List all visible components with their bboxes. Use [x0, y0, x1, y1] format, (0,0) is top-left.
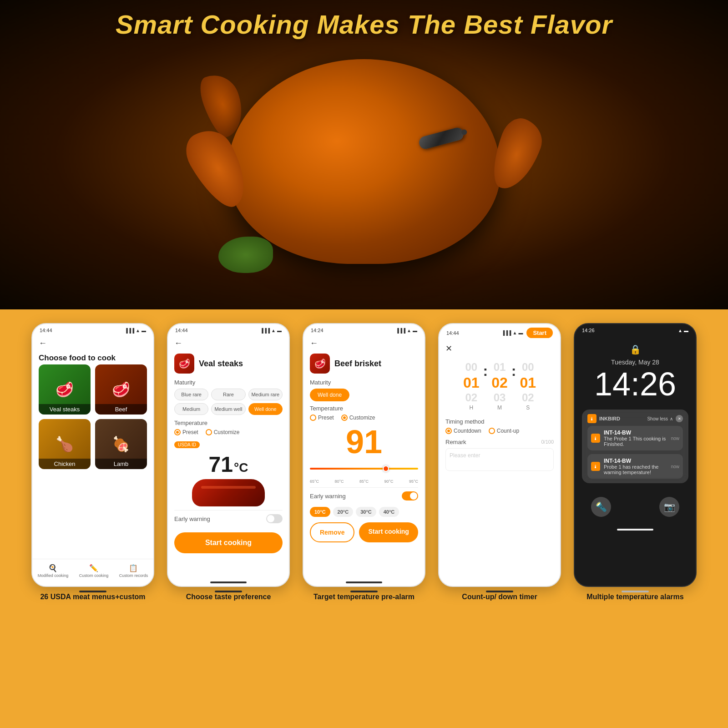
phone3-action-row: Remove Start cooking [310, 522, 418, 542]
beef-brisket-thumb: 🥩 [310, 354, 330, 374]
phone3-wrapper: 14:24 ▐▐▐ ▲ ▬ ← 🥩 Beef brisket Ma [300, 323, 428, 632]
phone1-back-arrow[interactable]: ← [39, 339, 47, 348]
minutes-current: 02 [491, 374, 508, 391]
tick-95: 95°C [409, 479, 418, 484]
early-warning-toggle[interactable] [266, 514, 283, 523]
battery-icon5: ▬ [684, 328, 688, 333]
phone3-content: ← 🥩 Beef brisket Maturity Well done Temp… [303, 335, 425, 579]
phone2-start-btn[interactable]: Start cooking [174, 532, 283, 553]
food-item-beef[interactable]: 🥩 Beef [95, 364, 147, 415]
warning-temps-row: 10°C 20°C 30°C 40°C [310, 507, 418, 517]
customize-label: Customize [214, 429, 240, 435]
phone3-preset-radio[interactable] [310, 415, 316, 421]
tick-65: 65°C [310, 479, 319, 484]
start-cooking-button[interactable]: Start cooking [359, 522, 418, 542]
food-item-veal[interactable]: 🥩 Veal steaks [39, 364, 91, 415]
countdown-option[interactable]: Countdown [445, 428, 481, 434]
phone2-header: ← [174, 339, 283, 348]
notification-group: 🌡 INKBIRD Show less ∧ ✕ [582, 410, 688, 483]
phone4-wrapper: 14:44 ▐▐▐ ▲ ▬ Start ✕ [436, 323, 563, 632]
usda-badge: USDA ID [174, 441, 200, 448]
maturity-well-done[interactable]: Well done [248, 403, 283, 415]
phone3-home-indicator [346, 581, 382, 583]
nav-custom-cooking[interactable]: ✏️ Custom cooking [79, 564, 109, 578]
phone3-temp-value: 91 [310, 425, 418, 458]
phone3-maturity-selected[interactable]: Well done [310, 389, 349, 401]
beef-brisket-name: Beef brisket [334, 359, 381, 369]
warning-temp-40[interactable]: 40°C [379, 507, 399, 517]
phone3-customize-radio[interactable] [341, 415, 348, 421]
lock-time-section: Tuesday, May 28 14:26 [582, 359, 688, 400]
maturity-rare[interactable]: Rare [211, 389, 245, 400]
inkbird-app-name: INKBIRD [599, 416, 620, 421]
maturity-blue-rare[interactable]: Blue rare [174, 389, 208, 400]
food-detail-thumb: 🥩 [174, 354, 194, 374]
remark-area[interactable]: Please enter [445, 448, 554, 471]
custom-records-icon: 📋 [129, 564, 138, 572]
countup-option[interactable]: Count-up [489, 428, 519, 434]
customize-option[interactable]: Customize [206, 429, 240, 435]
food-item-lamb[interactable]: 🍖 Lamb [95, 419, 147, 469]
lock-screen: 🔒 Tuesday, May 28 14:26 🌡 INKBIRD [575, 335, 696, 526]
phone3-early-warning-label: Early warning [310, 493, 346, 500]
phone3-early-warning-toggle[interactable] [402, 491, 418, 500]
phone3-customize-label: Customize [349, 415, 375, 421]
timing-method-options: Countdown Count-up [445, 428, 554, 434]
wifi-icon5: ▲ [678, 328, 682, 333]
camera-btn[interactable]: 📷 [659, 497, 679, 517]
seconds-col: 00 01 02 S [520, 361, 536, 411]
preset-label: Preset [182, 429, 198, 435]
phone2-status-bar: 14:44 ▐▐▐ ▲ ▬ [168, 324, 289, 335]
preset-option[interactable]: Preset [174, 429, 198, 435]
phone3-preset-label: Preset [318, 415, 334, 421]
phone4-home-indicator [481, 586, 518, 587]
phone3-customize[interactable]: Customize [341, 415, 375, 421]
temp-bar [310, 468, 418, 470]
notif1-title: INT-14-BW [604, 430, 667, 436]
nav-modified-cooking[interactable]: 🍳 Modified cooking [38, 564, 69, 578]
notification-area: 🌡 INKBIRD Show less ∧ ✕ [582, 410, 688, 483]
sep1: : [483, 363, 488, 379]
temperature-slider[interactable] [310, 462, 418, 475]
show-less-label: Show less [647, 416, 668, 421]
phone2-back-arrow[interactable]: ← [174, 339, 182, 348]
phone3-maturity-label: Maturity [310, 379, 418, 386]
sep2: : [511, 363, 516, 379]
nav-custom-records[interactable]: 📋 Custom records [119, 564, 148, 578]
flashlight-btn[interactable]: 🔦 [591, 497, 611, 517]
food-item-chicken[interactable]: 🍗 Chicken [39, 419, 91, 469]
remove-button[interactable]: Remove [310, 522, 354, 542]
temp-indicator [383, 465, 389, 472]
hero-section: Smart Cooking Makes The Best Flavor [0, 0, 728, 309]
phones-row: 14:44 ▐▐▐ ▲ ▬ ← Choose food to cook [9, 323, 719, 632]
preset-radio[interactable] [174, 429, 181, 435]
phone4-close[interactable]: ✕ [445, 344, 452, 354]
warning-temp-20[interactable]: 20°C [333, 507, 354, 517]
herb-decoration [218, 237, 273, 273]
phone3-back-arrow[interactable]: ← [310, 339, 318, 348]
maturity-medium-well[interactable]: Medium well [211, 403, 245, 415]
modified-cooking-label: Modified cooking [38, 573, 69, 578]
maturity-medium[interactable]: Medium [174, 403, 208, 415]
notif-close-btn[interactable]: ✕ [676, 415, 683, 422]
food-detail-name: Veal steaks [199, 359, 243, 369]
warning-temp-10[interactable]: 10°C [310, 507, 330, 517]
tick-90: 90°C [384, 479, 393, 484]
notif2-title: INT-14-BW [604, 458, 667, 464]
phone1-status-bar: 14:44 ▐▐▐ ▲ ▬ [32, 324, 153, 335]
show-less-btn[interactable]: Show less ∧ [647, 416, 673, 421]
phone3-preset[interactable]: Preset [310, 415, 334, 421]
hours-current: 01 [463, 374, 480, 391]
phone1-caption: 26 USDA meat menus+custom [31, 592, 154, 602]
countdown-radio[interactable] [445, 428, 452, 434]
phone2-time: 14:44 [175, 328, 188, 333]
seconds-label: S [526, 404, 530, 411]
phone2: 14:44 ▐▐▐ ▲ ▬ ← 🥩 Veal steaks Mat [167, 323, 290, 587]
maturity-medium-rare[interactable]: Medium rare [248, 389, 283, 400]
warning-temp-30[interactable]: 30°C [356, 507, 376, 517]
lock-icon: 🔒 [582, 344, 688, 355]
start-badge[interactable]: Start [526, 328, 553, 338]
phone2-home-indicator [210, 581, 247, 583]
countup-radio[interactable] [489, 428, 495, 434]
customize-radio[interactable] [206, 429, 212, 435]
